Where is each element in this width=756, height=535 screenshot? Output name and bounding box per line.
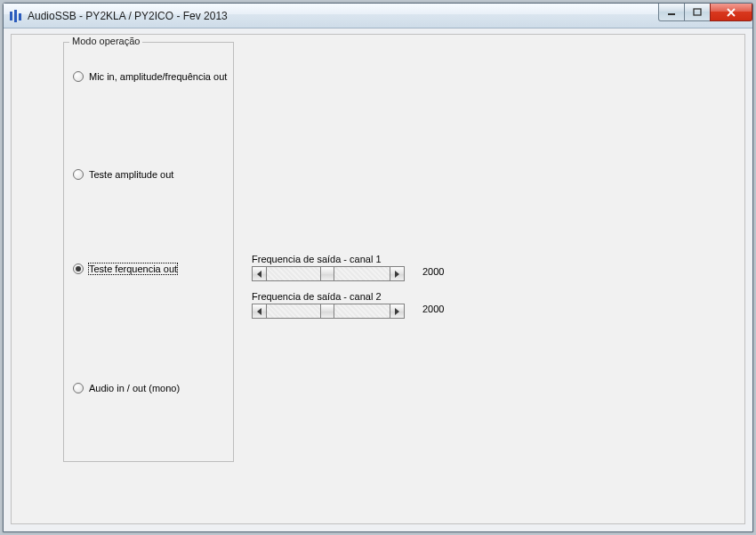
radio-label: Teste amplitude out <box>89 169 173 180</box>
window-title: AudioSSB - PY2KLA / PY2ICO - Fev 2013 <box>28 10 752 22</box>
groupbox-legend: Modo operação <box>69 36 142 46</box>
arrow-right-icon <box>395 271 399 278</box>
scroll-right-button[interactable] <box>390 267 404 280</box>
radio-label: Teste ferquencia out <box>89 263 177 274</box>
arrow-left-icon <box>257 308 261 315</box>
titlebar: AudioSSB - PY2KLA / PY2ICO - Fev 2013 <box>4 4 752 28</box>
radio-indicator <box>73 71 84 82</box>
radio-indicator <box>73 263 84 274</box>
scroll-left-button[interactable] <box>253 304 267 318</box>
scroll-thumb[interactable] <box>320 267 334 280</box>
mode-groupbox: Modo operação Mic in, amplitude/frequênc… <box>63 42 234 462</box>
svg-rect-2 <box>19 13 21 20</box>
scroll-right-button[interactable] <box>390 304 404 318</box>
app-icon <box>9 9 23 23</box>
scroll-track[interactable] <box>267 267 390 280</box>
radio-audio-io[interactable]: Audio in / out (mono) <box>73 383 180 393</box>
scroll-left-button[interactable] <box>253 267 267 280</box>
freq-out-ch1-label: Frequencia de saída - canal 1 <box>252 254 405 264</box>
freq-out-ch2-value: 2000 <box>422 304 444 314</box>
scroll-track[interactable] <box>267 304 390 318</box>
app-window: AudioSSB - PY2KLA / PY2ICO - Fev 2013 Mo… <box>3 3 753 532</box>
svg-rect-0 <box>10 12 12 20</box>
freq-out-ch2-scrollbar[interactable] <box>252 304 405 319</box>
radio-label: Mic in, amplitude/frequência out <box>89 71 227 82</box>
client-area: Modo operação Mic in, amplitude/frequênc… <box>11 34 745 524</box>
radio-test-frequency[interactable]: Teste ferquencia out <box>73 263 177 274</box>
arrow-left-icon <box>257 271 261 278</box>
radio-indicator <box>73 169 84 180</box>
radio-test-amplitude[interactable]: Teste amplitude out <box>73 169 173 180</box>
svg-rect-4 <box>694 9 701 15</box>
scroll-thumb[interactable] <box>320 304 334 318</box>
svg-rect-1 <box>14 10 17 22</box>
freq-out-ch1-value: 2000 <box>422 266 444 277</box>
maximize-button[interactable] <box>684 4 711 21</box>
radio-mic-in[interactable]: Mic in, amplitude/frequência out <box>73 71 227 82</box>
freq-out-ch1-block: Frequencia de saída - canal 1 2000 <box>252 254 405 281</box>
window-controls <box>659 4 752 21</box>
radio-label: Audio in / out (mono) <box>89 383 180 393</box>
arrow-right-icon <box>395 308 399 315</box>
freq-out-ch2-label: Frequencia de saída - canal 2 <box>252 291 405 302</box>
minimize-button[interactable] <box>658 4 685 21</box>
freq-out-ch2-block: Frequencia de saída - canal 2 2000 <box>252 291 405 319</box>
freq-out-ch1-scrollbar[interactable] <box>252 266 405 281</box>
close-button[interactable] <box>710 4 752 21</box>
radio-indicator <box>73 383 84 393</box>
svg-rect-3 <box>668 13 675 15</box>
